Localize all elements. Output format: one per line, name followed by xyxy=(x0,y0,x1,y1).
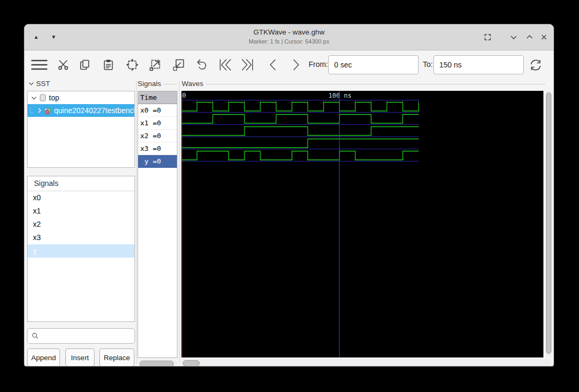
wave-name-x1[interactable]: x1 =0 xyxy=(138,117,177,130)
paste-icon[interactable] xyxy=(99,55,118,74)
pane-splitter-right[interactable] xyxy=(179,81,180,363)
tree-branch-line xyxy=(30,107,35,114)
from-input[interactable] xyxy=(328,55,419,74)
undo-icon[interactable] xyxy=(192,55,211,74)
svg-text:0: 0 xyxy=(182,92,186,99)
wave-name-x3[interactable]: x3 =0 xyxy=(138,142,177,155)
skip-to-start-icon[interactable] xyxy=(216,55,235,74)
menu-icon[interactable] xyxy=(30,55,49,74)
expander-open-icon xyxy=(31,96,37,100)
hierarchy-icon xyxy=(44,107,51,115)
signal-list-panel: Signals x0 x1 x2 x3 y xyxy=(27,176,135,322)
wave-name-x0[interactable]: x0 =0 xyxy=(138,104,177,117)
zoom-in-icon[interactable] xyxy=(146,55,165,74)
waves-frame-label: Waves xyxy=(182,80,545,88)
search-icon xyxy=(32,332,39,340)
titlebar[interactable]: ▲ ▼ GTKWave - wave.ghw Marker: 1 fs | Cu… xyxy=(24,24,554,50)
list-item-y[interactable]: y xyxy=(28,244,134,258)
marker-cursor-status: Marker: 1 fs | Cursor: 54300 ps xyxy=(24,38,554,45)
from-label: From: xyxy=(309,60,328,69)
signal-list-header[interactable]: Signals xyxy=(28,176,134,191)
list-item-x3[interactable]: x3 xyxy=(28,231,134,244)
wave-names-panel: Time x0 =0 x1 =0 x2 =0 x3 =0 y =0 xyxy=(138,91,177,358)
sst-item-testbench[interactable]: quine20240227testbench xyxy=(28,104,134,117)
to-input[interactable] xyxy=(433,55,524,74)
zoom-out-icon[interactable] xyxy=(169,55,188,74)
wave-svg: 0100 ns xyxy=(181,91,543,357)
reload-icon[interactable] xyxy=(526,55,545,74)
wave-hscrollbar[interactable] xyxy=(181,359,551,367)
replace-button[interactable]: Replace xyxy=(99,348,134,367)
expander-closed-icon xyxy=(38,108,41,113)
fit-window-icon[interactable] xyxy=(483,32,492,42)
sst-tree: top quine20240227testbench xyxy=(27,91,135,168)
list-item-x2[interactable]: x2 xyxy=(28,218,134,231)
time-header[interactable]: Time xyxy=(138,91,177,104)
svg-text:100 ns: 100 ns xyxy=(328,92,351,99)
sst-item-top[interactable]: top xyxy=(28,91,134,104)
names-frame-label: Signals xyxy=(138,80,177,88)
sst-frame-label[interactable]: SST xyxy=(29,80,61,88)
window-title: GTKWave - wave.ghw xyxy=(24,28,554,36)
wave-name-y[interactable]: y =0 xyxy=(138,155,177,168)
zoom-fit-icon[interactable] xyxy=(123,55,142,74)
names-hscrollbar[interactable] xyxy=(138,360,177,367)
wave-vscrollbar[interactable] xyxy=(546,91,551,357)
list-item-x1[interactable]: x1 xyxy=(28,204,134,218)
search-input[interactable] xyxy=(39,331,134,340)
gtkwave-window: ▲ ▼ GTKWave - wave.ghw Marker: 1 fs | Cu… xyxy=(24,24,554,367)
signal-search-box[interactable] xyxy=(27,328,135,344)
wave-canvas[interactable]: 0100 ns xyxy=(181,91,543,357)
names-hscrollbar-thumb[interactable] xyxy=(140,361,174,367)
list-item-x0[interactable]: x0 xyxy=(28,191,134,204)
append-button[interactable]: Append xyxy=(27,348,60,367)
close-button[interactable] xyxy=(539,32,549,42)
to-label: To: xyxy=(423,60,433,69)
wave-name-x2[interactable]: x2 =0 xyxy=(138,130,177,142)
wave-vscrollbar-thumb[interactable] xyxy=(546,92,551,354)
pane-splitter-left[interactable] xyxy=(136,81,137,363)
skip-to-end-icon[interactable] xyxy=(238,55,257,74)
step-right-icon[interactable] xyxy=(286,55,305,74)
insert-button[interactable]: Insert xyxy=(65,348,95,367)
sst-expander-icon xyxy=(29,82,34,86)
step-left-icon[interactable] xyxy=(263,55,283,74)
wave-hscrollbar-thumb[interactable] xyxy=(183,360,200,367)
maximize-button[interactable] xyxy=(525,32,534,42)
module-icon xyxy=(39,94,46,101)
minimize-button[interactable] xyxy=(509,32,518,42)
cut-icon[interactable] xyxy=(54,55,73,74)
copy-icon[interactable] xyxy=(75,55,95,74)
